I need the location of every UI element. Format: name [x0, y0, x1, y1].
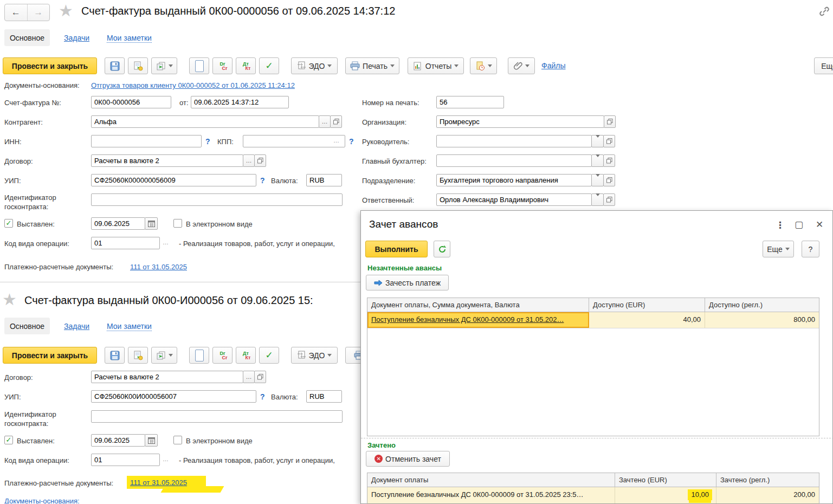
dt-kt-button-2[interactable]: ДтКт	[236, 347, 256, 364]
resp-input[interactable]: Орлов Александр Владимирович	[436, 193, 592, 206]
electronic-checkbox[interactable]	[173, 219, 182, 228]
col-header-applied-reg[interactable]: Зачтено (регл.)	[716, 473, 819, 487]
col-header-doc-2[interactable]: Документ оплаты	[367, 473, 615, 487]
execute-button[interactable]: Выполнить	[365, 241, 428, 257]
tab-main[interactable]: Основное	[4, 29, 50, 46]
unapplied-table-row[interactable]: Поступление безналичных ДС 0К00-000009 о…	[367, 312, 819, 328]
check-fill-button[interactable]: ✓	[259, 57, 279, 74]
contract-select-button-2[interactable]: …	[243, 371, 255, 383]
tab-tasks-2[interactable]: Задачи	[64, 322, 89, 331]
save-button[interactable]	[105, 57, 125, 74]
check-fill-button-2[interactable]: ✓	[259, 347, 279, 364]
uip-input-2[interactable]: СФ25060К00И000056007	[91, 390, 256, 403]
chief-input[interactable]	[436, 154, 592, 167]
opcode-input[interactable]: 01	[91, 237, 160, 249]
paydocs-link[interactable]: 111 от 31.05.2025	[130, 263, 187, 271]
resp-dropdown-button[interactable]	[591, 193, 604, 206]
uip-input[interactable]: СФ25060К000000056009	[91, 174, 256, 186]
chief-dropdown-button[interactable]	[591, 154, 604, 167]
org-input[interactable]: Промресурс	[436, 115, 604, 128]
save-button-2[interactable]	[105, 347, 125, 364]
counterparty-select-button[interactable]: …	[319, 115, 331, 128]
clipped-link-text[interactable]: Документы-основания:	[4, 497, 80, 503]
gov-contract-input[interactable]	[91, 193, 343, 206]
invoice-no-input[interactable]: 0К00-0000056	[91, 96, 171, 108]
uip-help-icon[interactable]: ?	[260, 176, 265, 185]
base-docs-link[interactable]: Отгрузка товаров клиенту 0К00-000052 от …	[91, 81, 295, 89]
dr-cr-button[interactable]: DrCr	[212, 57, 233, 74]
col-header-available-reg[interactable]: Доступно (регл.)	[705, 298, 819, 312]
tab-notes[interactable]: Мои заметки	[107, 34, 152, 43]
dt-kt-button[interactable]: ДтКт	[236, 57, 256, 74]
applied-row-eur-cell[interactable]: 10,00	[615, 487, 716, 503]
create-based-on-button-2[interactable]	[151, 347, 177, 364]
opcode-select-button-2[interactable]: …	[163, 456, 169, 462]
favorite-star-icon-2[interactable]: ★	[2, 290, 17, 309]
apply-payment-button[interactable]: Зачесть платеж	[366, 275, 449, 290]
print-button[interactable]: Печать	[345, 57, 399, 74]
applied-row-doc-cell[interactable]: Поступление безналичных ДС 0К00-000009 о…	[367, 487, 615, 503]
col-header-applied-eur[interactable]: Зачтено (EUR)	[615, 473, 716, 487]
tab-main-2[interactable]: Основное	[4, 318, 50, 334]
dialog-menu-icon[interactable]: ⋮	[776, 219, 785, 231]
kpp-help-icon[interactable]: ?	[349, 137, 354, 146]
electronic-checkbox-2[interactable]	[173, 436, 182, 444]
tab-tasks[interactable]: Задачи	[64, 34, 89, 42]
document-log-button[interactable]	[470, 57, 497, 74]
reports-button[interactable]: Отчеты	[408, 57, 464, 74]
dialog-close-icon[interactable]: ✕	[816, 219, 823, 230]
post-document-button-2[interactable]	[128, 347, 148, 364]
forward-button[interactable]: →	[28, 4, 50, 21]
inn-help-icon[interactable]: ?	[205, 137, 210, 146]
head-input[interactable]	[436, 135, 592, 147]
cancel-offset-button[interactable]: ✕ Отменить зачет	[366, 451, 450, 467]
currency-input[interactable]: RUB	[306, 174, 342, 186]
issued-checkbox[interactable]: ✓	[4, 219, 13, 228]
create-based-on-button[interactable]	[151, 57, 177, 74]
refresh-button[interactable]	[434, 241, 450, 257]
printno-input[interactable]: 56	[436, 96, 504, 108]
edo-button[interactable]: ЭДО	[291, 57, 338, 74]
head-dropdown-button[interactable]	[591, 135, 604, 147]
dialog-splitter[interactable]	[361, 438, 833, 438]
kpp-input[interactable]	[243, 135, 345, 147]
contract-input-2[interactable]: Расчеты в валюте 2	[91, 371, 243, 383]
more-button-window1[interactable]: Ещё	[814, 57, 833, 74]
unapplied-row-available-reg[interactable]: 800,00	[705, 312, 819, 328]
counterparty-input[interactable]: Альфа	[91, 115, 319, 128]
issued-checkbox-2[interactable]: ✓	[4, 436, 13, 444]
post-and-close-button[interactable]: Провести и закрыть	[3, 57, 97, 74]
issued-date-calendar-button-2[interactable]	[145, 434, 158, 447]
dialog-help-button[interactable]: ?	[802, 241, 819, 257]
post-document-button[interactable]	[128, 57, 148, 74]
contract-select-button[interactable]: …	[243, 154, 255, 167]
issued-date-input[interactable]: 09.06.2025	[91, 217, 145, 230]
post-and-close-button-2[interactable]: Провести и закрыть	[3, 347, 97, 364]
opcode-input-2[interactable]: 01	[91, 454, 160, 466]
contract-open-button-2[interactable]	[254, 371, 266, 383]
applied-row-reg-cell[interactable]: 200,00	[716, 487, 819, 503]
attachments-button[interactable]	[508, 57, 535, 74]
paydocs-link-2[interactable]: 111 от 31.05.2025	[130, 479, 187, 487]
issued-date-input-2[interactable]: 09.06.2025	[91, 434, 145, 447]
dept-open-button[interactable]	[603, 174, 615, 186]
opcode-select-button[interactable]: …	[163, 239, 169, 245]
dialog-maximize-icon[interactable]: ▢	[795, 219, 803, 230]
inn-input[interactable]	[91, 135, 202, 147]
head-open-button[interactable]	[603, 135, 615, 147]
back-button[interactable]: ←	[5, 4, 28, 21]
col-header-doc[interactable]: Документ оплаты, Сумма документа, Валюта	[367, 298, 589, 312]
dept-input[interactable]: Бухгалтерия торгового направления	[436, 174, 592, 186]
edo-button-2[interactable]: ЭДО	[291, 347, 338, 364]
tab-notes-2[interactable]: Мои заметки	[107, 322, 152, 331]
col-header-available-eur[interactable]: Доступно (EUR)	[589, 298, 705, 312]
unapplied-row-doc-cell[interactable]: Поступление безналичных ДС 0К00-000009 о…	[367, 312, 589, 328]
dr-cr-button-2[interactable]: DrCr	[212, 347, 233, 364]
chief-open-button[interactable]	[603, 154, 615, 167]
org-open-button[interactable]	[604, 115, 616, 128]
issued-date-calendar-button[interactable]	[145, 217, 158, 230]
resp-open-button[interactable]	[603, 193, 615, 206]
print-button-2[interactable]	[345, 347, 360, 364]
uip-help-icon-2[interactable]: ?	[260, 392, 265, 401]
unapplied-row-doc-link[interactable]: Поступление безналичных ДС 0К00-000009 о…	[371, 315, 564, 324]
